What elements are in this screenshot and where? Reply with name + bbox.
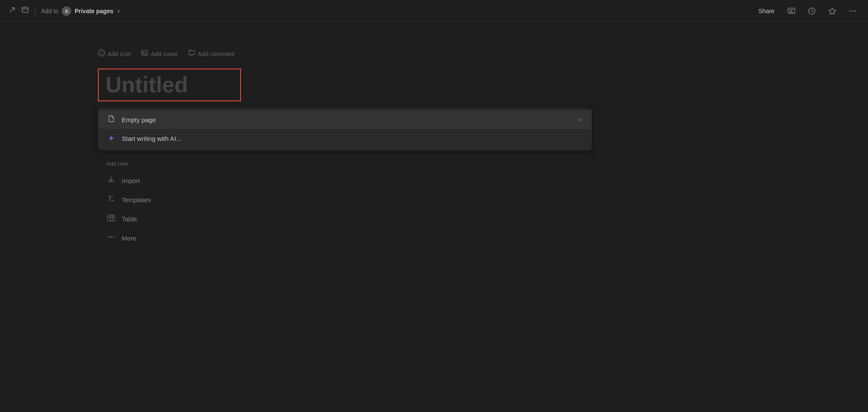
breadcrumb: Add to A Private pages ∨ <box>41 6 121 16</box>
more-options-button[interactable] <box>846 4 859 18</box>
top-bar-left: | Add to A Private pages ∨ <box>9 6 120 16</box>
svg-point-6 <box>850 10 851 11</box>
add-new-item-more[interactable]: More <box>106 229 868 247</box>
window-icon[interactable] <box>21 6 29 16</box>
table-icon <box>106 214 116 224</box>
top-bar: | Add to A Private pages ∨ Share <box>0 0 868 22</box>
private-pages-label[interactable]: Private pages <box>74 8 113 14</box>
add-new-items: Import Templates <box>106 172 868 247</box>
add-cover-button[interactable]: Add cover <box>141 48 178 60</box>
page-title[interactable]: Untitled <box>106 73 233 97</box>
image-icon <box>141 49 148 58</box>
add-to-label: Add to <box>41 8 58 14</box>
page-icon <box>106 115 116 125</box>
create-menu: Empty page ↵ ✦ Start writing with AI... <box>98 108 592 150</box>
menu-item-empty-page[interactable]: Empty page ↵ <box>98 111 592 129</box>
add-new-item-templates[interactable]: Templates <box>106 191 868 209</box>
more-label: More <box>122 235 136 242</box>
chevron-down-icon[interactable]: ∨ <box>117 8 120 14</box>
svg-point-8 <box>855 10 856 11</box>
table-label: Table <box>122 215 137 223</box>
add-new-section: Add new Import <box>83 160 868 247</box>
svg-point-19 <box>108 236 109 238</box>
history-button[interactable] <box>805 4 819 18</box>
svg-point-11 <box>102 52 103 53</box>
star-button[interactable] <box>825 4 839 18</box>
empty-page-label: Empty page <box>122 116 156 123</box>
import-icon <box>106 175 116 186</box>
action-buttons-row: Add icon Add cover Add comment <box>83 48 868 60</box>
avatar: A <box>62 6 71 16</box>
add-cover-label: Add cover <box>151 51 178 57</box>
add-new-item-table[interactable]: Table <box>106 210 868 228</box>
templates-icon <box>106 195 116 205</box>
title-container: Untitled <box>83 69 868 101</box>
svg-point-10 <box>100 52 101 53</box>
ai-sparkle-icon: ✦ <box>106 133 116 143</box>
svg-rect-0 <box>22 7 28 12</box>
comment-button[interactable] <box>785 4 798 18</box>
svg-rect-14 <box>189 51 195 55</box>
svg-point-21 <box>113 236 115 238</box>
add-new-item-import[interactable]: Import <box>106 172 868 189</box>
svg-point-13 <box>143 52 144 52</box>
menu-item-ai-writing[interactable]: ✦ Start writing with AI... <box>98 129 592 148</box>
svg-point-7 <box>852 10 854 11</box>
templates-label: Templates <box>122 196 151 203</box>
add-icon-label: Add icon <box>108 51 131 57</box>
ai-writing-label: Start writing with AI... <box>122 135 181 142</box>
share-button[interactable]: Share <box>755 6 778 16</box>
title-input-border: Untitled <box>98 69 241 101</box>
more-icon <box>106 233 116 243</box>
enter-icon: ↵ <box>578 116 583 124</box>
import-label: Import <box>122 177 140 184</box>
back-icon[interactable] <box>9 6 16 16</box>
main-content: Add icon Add cover Add comment <box>0 22 868 247</box>
svg-point-20 <box>110 236 112 238</box>
svg-rect-15 <box>108 215 115 221</box>
add-new-label: Add new <box>106 160 868 167</box>
svg-point-9 <box>98 50 105 56</box>
emoji-icon <box>98 49 105 58</box>
add-comment-button[interactable]: Add comment <box>188 48 235 60</box>
top-bar-right: Share <box>755 4 859 18</box>
add-icon-button[interactable]: Add icon <box>98 48 131 60</box>
add-comment-label: Add comment <box>198 51 235 57</box>
comment-icon <box>188 49 195 58</box>
divider: | <box>34 6 36 15</box>
